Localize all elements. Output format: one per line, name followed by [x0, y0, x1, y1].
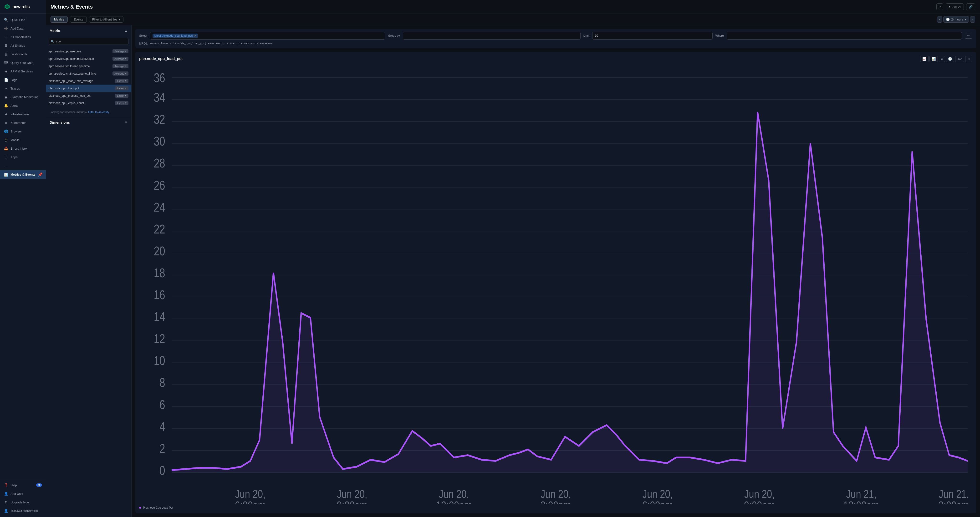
add-data-icon: ➕ [4, 26, 8, 30]
sidebar-item-metrics-events[interactable]: 📊 Metrics & Events 📌 [0, 170, 46, 179]
select-value-wrap: latest(plexnode_cpu_load_pct) ✕ [153, 33, 197, 38]
svg-text:32: 32 [154, 112, 165, 127]
time-prev-button[interactable]: ‹ [937, 16, 942, 22]
bar-chart-button[interactable]: 📊 [929, 56, 938, 62]
select-tag: latest(plexnode_cpu_load_pct) ✕ [153, 33, 197, 38]
svg-text:Jun 20,: Jun 20, [235, 487, 265, 500]
svg-text:38: 38 [154, 65, 165, 65]
sidebar-item-mobile[interactable]: 📱 Mobile [0, 135, 46, 144]
list-item[interactable]: plexnode_cpu_process_load_pct Latest ▾ [46, 92, 131, 99]
limit-value: 10 [595, 34, 598, 37]
list-item[interactable]: apm.service.jvm.thread.cpu.total.time Av… [46, 70, 131, 77]
sidebar-item-label: Quick Find [11, 18, 25, 22]
metric-badge[interactable]: Latest ▾ [115, 94, 129, 98]
metric-badge[interactable]: Latest ▾ [115, 79, 129, 83]
filter-entity-link[interactable]: Filter to an entity [88, 111, 109, 114]
time-navigation: ‹ 🕐 24 hours ▾ › [937, 16, 975, 22]
metric-badge[interactable]: Average ▾ [113, 49, 129, 53]
filter-button[interactable]: Filter to All entities ▾ [89, 16, 124, 22]
sidebar-item-add-user[interactable]: 👤 Add User [0, 489, 46, 498]
group-by-field[interactable] [403, 32, 581, 40]
sidebar-item-all-capabilities[interactable]: ⊞ All Capabilities [0, 33, 46, 41]
sidebar-item-label: Alerts [11, 104, 18, 107]
metric-badge[interactable]: Average ▾ [113, 57, 129, 61]
metric-badge[interactable]: Latest ▾ [115, 86, 129, 90]
grid-chart-button[interactable]: ⊞ [965, 56, 972, 62]
sidebar-item-apm-services[interactable]: ◈ APM & Services [0, 67, 46, 76]
table-chart-button[interactable]: ≡ [939, 56, 945, 62]
metric-badge[interactable]: Latest ▾ [115, 101, 129, 105]
sidebar-item-upgrade[interactable]: ⬆ Upgrade Now [0, 498, 46, 506]
where-field[interactable] [727, 32, 962, 40]
sidebar-item-label: Help [11, 484, 17, 487]
svg-text:16: 16 [154, 288, 165, 302]
tab-metrics[interactable]: Metrics [51, 16, 68, 22]
sidebar-item-all-entities[interactable]: ☰ All Entities [0, 41, 46, 50]
list-item[interactable]: plexnode_cpu_vcpus_count Latest ▾ [46, 99, 131, 107]
dimensions-section[interactable]: Dimensions ▼ [46, 117, 131, 128]
sidebar-item-logs[interactable]: 📄 Logs [0, 76, 46, 84]
svg-text:24: 24 [154, 200, 165, 214]
ask-ai-button[interactable]: ✦ Ask AI [946, 3, 964, 10]
metric-badge[interactable]: Average ▾ [113, 64, 129, 68]
sidebar-item-query-your-data[interactable]: ⌨ Query Your Data [0, 58, 46, 67]
metric-badge[interactable]: Average ▾ [113, 72, 129, 76]
chart-line [172, 112, 968, 470]
all-entities-icon: ☰ [4, 43, 8, 48]
sidebar-item-label: Metrics & Events [11, 173, 35, 176]
limit-field[interactable]: 10 [592, 32, 713, 40]
limit-label: Limit [584, 34, 589, 37]
sidebar-item-synthetic-monitoring[interactable]: ◉ Synthetic Monitoring [0, 93, 46, 101]
sidebar-item-label: All Entities [11, 44, 25, 48]
synthetic-icon: ◉ [4, 95, 8, 99]
metric-panel-header[interactable]: Metric ▲ [46, 25, 131, 36]
sidebar-item-alerts[interactable]: 🔔 Alerts [0, 101, 46, 110]
sidebar-item-errors-inbox[interactable]: 📥 Errors Inbox [0, 144, 46, 153]
legend-label: Plexnode Cpu Load Pct [143, 506, 173, 509]
more-options-button[interactable]: ⋯ [965, 33, 972, 38]
select-field[interactable]: latest(plexnode_cpu_load_pct) ✕ [150, 32, 385, 40]
sidebar-item-traces[interactable]: 〰 Traces [0, 84, 46, 93]
select-tag-close[interactable]: ✕ [194, 34, 196, 37]
sidebar-item-label: Traces [11, 87, 20, 90]
help-button[interactable]: ? [936, 3, 943, 10]
quick-find-icon: 🔍 [4, 17, 8, 22]
sidebar-item-quick-find[interactable]: 🔍 Quick Find [0, 16, 46, 24]
list-item[interactable]: plexnode_cpu_load_1min_average Latest ▾ [46, 77, 131, 84]
legend-color-dot [139, 507, 141, 509]
line-chart-button[interactable]: 📈 [920, 56, 929, 62]
query-row: Select latest(plexnode_cpu_load_pct) ✕ G… [139, 32, 972, 40]
list-item[interactable]: plexnode_cpu_load_pct Latest ▾ [46, 84, 131, 92]
list-item[interactable]: apm.service.cpu.usertime Average ▾ [46, 48, 131, 55]
sidebar-item-browser[interactable]: 🌐 Browser [0, 127, 46, 135]
time-range-button[interactable]: 🕐 24 hours ▾ [943, 16, 969, 22]
sidebar-item-infrastructure[interactable]: 🖥 Infrastructure [0, 110, 46, 118]
metric-search-input[interactable] [49, 38, 129, 45]
collapse-icon: ▲ [124, 29, 127, 32]
svg-text:12: 12 [154, 332, 165, 346]
svg-text:6:00pm: 6:00pm [642, 499, 673, 504]
svg-text:28: 28 [154, 156, 165, 170]
tab-events[interactable]: Events [70, 16, 87, 22]
sidebar-item-add-data[interactable]: ➕ Add Data [0, 24, 46, 33]
clock-chart-button[interactable]: 🕐 [946, 56, 954, 62]
nrql-query[interactable]: SELECT latest(plexnode_cpu_load_pct) FRO… [150, 42, 272, 45]
sidebar-item-help[interactable]: ❓ Help 70 [0, 481, 46, 489]
sidebar-item-dashboards[interactable]: ▦ Dashboards [0, 50, 46, 58]
sidebar-item-user[interactable]: 👤 Thanawut Ananpiriyakul [0, 506, 46, 515]
list-item[interactable]: apm.service.jvm.thread.cpu.time Average … [46, 62, 131, 70]
metric-list: apm.service.cpu.usertime Average ▾ apm.s… [46, 47, 131, 108]
collapse-icon: ▼ [124, 121, 127, 124]
dimensions-title: Dimensions [49, 120, 70, 124]
sidebar-item-apps[interactable]: ⬡ Apps [0, 153, 46, 161]
timeslice-note: Looking for timeslice metrics? Filter to… [46, 108, 131, 117]
list-item[interactable]: apm.service.cpu.usertime.utilization Ave… [46, 55, 131, 62]
code-chart-button[interactable]: </> [955, 56, 964, 62]
sidebar-item-label: Query Your Data [11, 61, 33, 65]
sidebar-item-more[interactable]: ... [0, 161, 46, 169]
sidebar-item-kubernetes[interactable]: ⎈ Kubernetes [0, 118, 46, 127]
time-next-button[interactable]: › [970, 16, 975, 22]
sidebar-nav: 🔍 Quick Find ➕ Add Data ⊞ All Capabiliti… [0, 14, 46, 479]
query-builder: Select latest(plexnode_cpu_load_pct) ✕ G… [135, 29, 976, 48]
link-button[interactable]: 🔗 [966, 3, 975, 10]
